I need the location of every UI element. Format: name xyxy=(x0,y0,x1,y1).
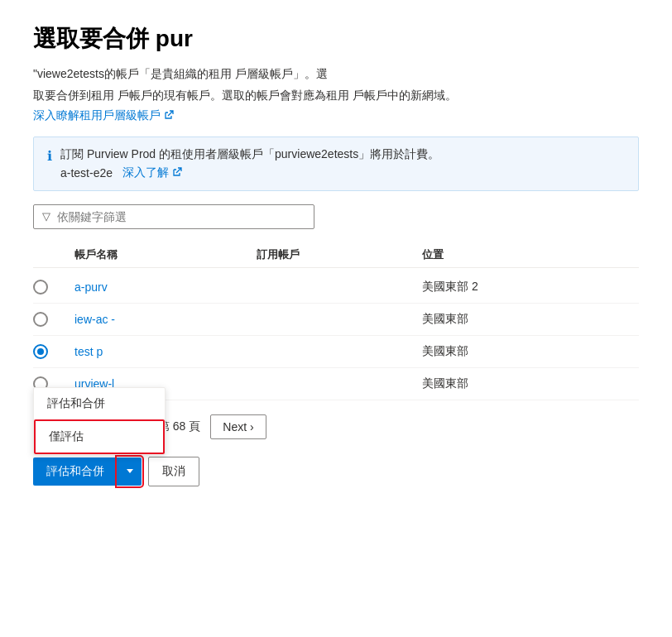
location: 美國東部 xyxy=(422,376,639,391)
account-name: test p xyxy=(74,345,257,358)
info-learn-more-label: 深入了解 xyxy=(122,165,169,180)
radio-button[interactable] xyxy=(33,344,48,359)
location: 美國東部 xyxy=(422,312,639,327)
table-row[interactable]: test p美國東部 xyxy=(33,336,639,368)
account-name: iew-ac - xyxy=(74,313,257,326)
col-header-radio xyxy=(33,247,74,262)
col-header-subscription: 訂用帳戶 xyxy=(257,247,422,262)
dropdown-menu: 評估和合併 僅評估 xyxy=(33,387,166,455)
filter-icon: ▽ xyxy=(42,210,50,223)
table-header: 帳戶名稱 訂用帳戶 位置 xyxy=(33,242,639,268)
table-row[interactable]: a-purv美國東部 2 xyxy=(33,271,639,304)
learn-more-link[interactable]: 深入瞭解租用戶層級帳戶 xyxy=(33,108,174,123)
location: 美國東部 2 xyxy=(422,280,639,295)
dropdown-item-evaluate-only[interactable]: 僅評估 xyxy=(34,419,165,454)
info-content: 訂閱 Purview Prod 的租使用者層級帳戶「purviewe2etest… xyxy=(60,147,625,180)
bottom-actions: 評估和合併 僅評估 評估和合併 取消 xyxy=(33,457,639,486)
col-header-name: 帳戶名稱 xyxy=(74,247,257,262)
description-line2: 取要合併到租用 戶帳戶的現有帳戶。選取的帳戶會對應為租用 戶帳戶中的新網域。 xyxy=(33,86,639,104)
account-name: a-purv xyxy=(74,280,257,294)
info-icon: ℹ xyxy=(47,148,52,164)
table-row[interactable]: iew-ac -美國東部 xyxy=(33,304,639,336)
dropdown-item-evaluate-merge[interactable]: 評估和合併 xyxy=(34,388,165,419)
info-row: a-test-e2e 深入了解 xyxy=(60,165,625,180)
filter-input[interactable] xyxy=(57,210,305,223)
radio-button[interactable] xyxy=(33,312,48,327)
primary-action-button[interactable]: 評估和合併 xyxy=(33,457,118,486)
info-box: ℹ 訂閱 Purview Prod 的租使用者層級帳戶「purviewe2ete… xyxy=(33,136,639,191)
page-title: 選取要合併 pur xyxy=(33,23,639,55)
location: 美國東部 xyxy=(422,344,639,359)
primary-btn-group: 評估和合併 xyxy=(33,457,142,486)
filter-box[interactable]: ▽ xyxy=(33,204,314,229)
table-body: a-purv美國東部 2iew-ac -美國東部test p美國東部urview… xyxy=(33,271,639,400)
info-text: 訂閱 Purview Prod 的租使用者層級帳戶「purviewe2etest… xyxy=(60,147,439,160)
dropdown-toggle-button[interactable] xyxy=(118,457,142,486)
external-link-icon xyxy=(164,109,174,122)
learn-more-label: 深入瞭解租用戶層級帳戶 xyxy=(33,108,161,123)
info-learn-more-link[interactable]: 深入了解 xyxy=(122,165,182,180)
cancel-label: 取消 xyxy=(162,464,185,477)
cancel-button[interactable]: 取消 xyxy=(148,457,199,486)
col-header-location: 位置 xyxy=(422,247,639,262)
next-label: Next › xyxy=(223,420,253,433)
info-external-icon xyxy=(172,166,182,180)
next-button[interactable]: Next › xyxy=(210,414,266,439)
info-account: a-test-e2e xyxy=(60,166,113,180)
chevron-down-icon xyxy=(127,469,133,473)
description-line1: "viewe2etests的帳戶「是貴組織的租用 戶層級帳戶」。選 xyxy=(33,65,639,83)
page-container: 選取要合併 pur "viewe2etests的帳戶「是貴組織的租用 戶層級帳戶… xyxy=(0,0,672,503)
radio-button[interactable] xyxy=(33,280,48,295)
primary-action-label: 評估和合併 xyxy=(46,464,104,479)
